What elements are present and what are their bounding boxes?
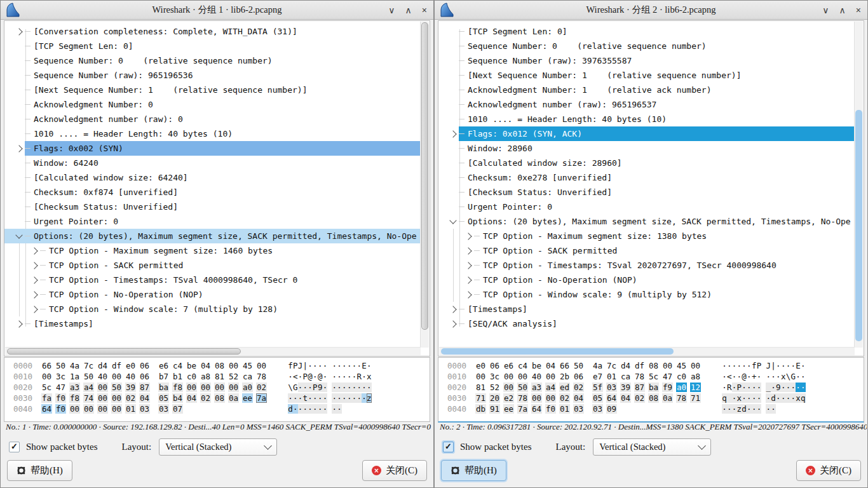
minimize-icon[interactable]: ∨ <box>822 6 829 15</box>
hex-ascii-char[interactable]: · <box>796 372 801 381</box>
expander-right-icon[interactable] <box>29 273 40 287</box>
tree-row[interactable]: [TCP Segment Len: 0] <box>4 39 420 53</box>
hex-byte[interactable]: 20 <box>489 393 500 403</box>
hex-byte[interactable]: 00 <box>200 383 211 392</box>
hex-ascii-char[interactable]: · <box>786 393 791 403</box>
hex-byte[interactable]: 66 <box>41 361 52 370</box>
close-window-icon[interactable]: × <box>856 6 861 15</box>
tree-row[interactable]: TCP Option - Timestamps: TSval 202072769… <box>438 258 854 273</box>
hex-ascii-char[interactable]: · <box>742 383 747 392</box>
maximize-icon[interactable]: ∧ <box>405 6 412 15</box>
hex-ascii-char[interactable]: + <box>752 372 757 381</box>
tree-row[interactable]: TCP Option - Maximum segment size: 1380 … <box>438 229 854 243</box>
close-button[interactable]: × 关闭(C) <box>362 460 427 481</box>
hex-byte[interactable]: 3c <box>489 372 500 381</box>
tree-row[interactable]: [Timestamps] <box>4 316 420 331</box>
hex-byte[interactable]: 03 <box>592 404 603 414</box>
hex-ascii-char[interactable]: · <box>298 393 303 403</box>
tree-row[interactable]: [Calculated window size: 28960] <box>438 156 854 170</box>
hex-byte[interactable]: 00 <box>111 372 122 381</box>
hex-ascii-char[interactable]: · <box>332 372 337 381</box>
hex-ascii-char[interactable]: · <box>308 361 313 370</box>
hex-ascii-char[interactable]: · <box>308 393 313 403</box>
hex-ascii-char[interactable]: · <box>727 361 732 370</box>
minimize-icon[interactable]: ∨ <box>388 6 395 15</box>
tree-row[interactable]: TCP Option - No-Operation (NOP) <box>438 273 854 287</box>
layout-select[interactable]: Vertical (Stacked) <box>593 438 711 456</box>
hex-ascii-char[interactable]: z <box>736 404 742 414</box>
hex-ascii-char[interactable]: _ <box>766 383 771 392</box>
hex-byte[interactable]: b4 <box>172 393 183 403</box>
hex-ascii-char[interactable]: · <box>752 404 757 414</box>
hex-byte[interactable]: 00 <box>228 361 239 370</box>
hex-byte[interactable]: 00 <box>186 383 197 392</box>
hex-ascii-char[interactable]: · <box>732 393 737 403</box>
hex-ascii-char[interactable]: · <box>776 372 781 381</box>
hex-ascii-char[interactable]: · <box>293 404 298 414</box>
hex-ascii-char[interactable]: · <box>771 404 776 414</box>
hex-ascii-char[interactable]: · <box>790 361 796 370</box>
hex-byte[interactable]: 06 <box>489 361 500 370</box>
hex-byte[interactable]: ca <box>242 372 253 381</box>
hex-byte[interactable]: e6 <box>158 361 169 370</box>
tree-row[interactable]: Flags: 0x012 (SYN, ACK) <box>438 126 854 141</box>
hex-byte[interactable]: c0 <box>186 372 197 381</box>
hex-ascii-char[interactable]: @ <box>308 372 313 381</box>
hex-byte[interactable]: 78 <box>517 393 528 403</box>
hex-byte[interactable]: 00 <box>41 372 52 381</box>
tree-row[interactable]: Flags: 0x002 (SYN) <box>4 141 420 156</box>
hex-ascii-char[interactable]: · <box>742 393 747 403</box>
hex-byte[interactable]: 09 <box>606 404 617 414</box>
hex-byte[interactable]: 00 <box>517 372 528 381</box>
hex-ascii-char[interactable]: | <box>302 361 308 370</box>
hex-byte[interactable]: fa <box>41 393 52 403</box>
tree-row[interactable]: Options: (20 bytes), Maximum segment siz… <box>4 229 420 243</box>
hex-byte[interactable]: 00 <box>111 393 122 403</box>
hex-byte[interactable]: 07 <box>172 404 183 414</box>
expander-right-icon[interactable] <box>447 316 459 331</box>
maximize-icon[interactable]: ∧ <box>839 6 846 15</box>
hex-ascii-char[interactable]: · <box>732 361 737 370</box>
hex-ascii-char[interactable]: · <box>318 361 323 370</box>
tree-row[interactable]: TCP Option - No-Operation (NOP) <box>4 287 420 302</box>
hex-ascii-char[interactable]: · <box>313 404 318 414</box>
expander-right-icon[interactable] <box>29 302 40 316</box>
hex-ascii-char[interactable]: · <box>722 404 727 414</box>
hex-byte[interactable]: 0a <box>228 393 239 403</box>
hex-ascii-char[interactable]: · <box>288 372 293 381</box>
hex-ascii-char[interactable]: · <box>352 372 357 381</box>
hex-ascii-char[interactable]: < <box>293 372 298 381</box>
hex-ascii-char[interactable]: · <box>347 393 352 403</box>
hex-ascii-char[interactable]: · <box>801 372 806 381</box>
hex-byte[interactable]: 5f <box>592 383 603 392</box>
scrollbar-handle[interactable] <box>421 22 428 330</box>
hex-byte[interactable]: 45 <box>676 361 687 370</box>
hex-ascii-char[interactable]: · <box>747 383 752 392</box>
hex-ascii-char[interactable]: < <box>727 372 732 381</box>
tree-row[interactable]: Sequence Number: 0 (relative sequence nu… <box>4 53 420 68</box>
tree-row[interactable]: Acknowledgment number (raw): 965196537 <box>438 97 854 112</box>
hex-ascii-char[interactable]: · <box>323 372 328 381</box>
show-packet-bytes-checkbox[interactable]: ✓ <box>9 442 20 452</box>
hex-ascii-char[interactable]: \ <box>786 372 791 381</box>
hex-ascii-char[interactable]: · <box>352 361 357 370</box>
tree-row[interactable]: [Next Sequence Number: 1 (relative seque… <box>4 83 420 97</box>
hex-byte[interactable]: 1a <box>69 372 80 381</box>
hex-byte[interactable]: 01 <box>606 372 617 381</box>
hex-byte[interactable]: 00 <box>97 404 108 414</box>
hex-byte[interactable]: a0 <box>676 383 687 392</box>
tree-row[interactable]: Urgent Pointer: 0 <box>438 200 854 214</box>
tree-row[interactable]: [TCP Segment Len: 0] <box>438 24 854 39</box>
hex-byte[interactable]: 50 <box>517 383 528 392</box>
tree-row[interactable]: Sequence Number (raw): 3976355587 <box>438 53 854 68</box>
hex-byte[interactable]: 06 <box>573 372 584 381</box>
hex-byte[interactable]: 81 <box>475 383 486 392</box>
hex-byte[interactable]: 08 <box>648 393 659 403</box>
hex-ascii-char[interactable]: · <box>347 361 352 370</box>
help-button[interactable]: 帮助(H) <box>441 460 506 481</box>
hex-ascii-char[interactable]: · <box>796 383 801 392</box>
hex-byte[interactable]: ee <box>503 404 514 414</box>
hex-ascii-char[interactable]: G <box>790 372 796 381</box>
hex-ascii-char[interactable]: · <box>771 383 776 392</box>
tree-row[interactable]: Acknowledgment Number: 1 (relative ack n… <box>438 83 854 97</box>
